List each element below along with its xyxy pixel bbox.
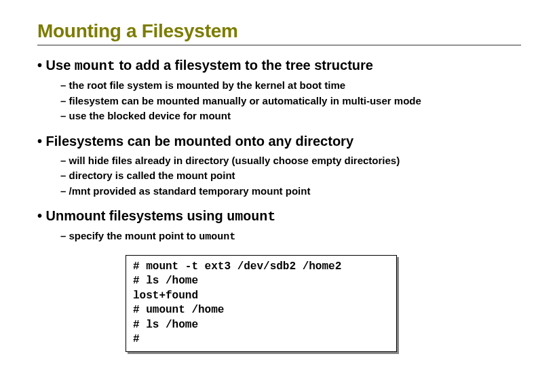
sub-list-2: will hide files already in directory (us… xyxy=(60,153,521,199)
main-bullet-1: Use mount to add a filesystem to the tre… xyxy=(37,58,521,74)
sub-item: /mnt provided as standard temporary moun… xyxy=(60,184,521,199)
slide-title: Mounting a Filesystem xyxy=(37,20,521,42)
sub-item: filesystem can be mounted manually or au… xyxy=(60,94,521,109)
bullet3-mono: umount xyxy=(227,209,275,224)
sub-list-3: specify the mount point to umount xyxy=(60,229,521,246)
sub-item: will hide files already in directory (us… xyxy=(60,153,521,169)
sub-item-special: specify the mount point to umount xyxy=(60,229,521,246)
bullet3-prefix: Unmount filesystems using xyxy=(46,208,227,223)
main-bullet-2: Filesystems can be mounted onto any dire… xyxy=(37,134,521,149)
main-bullet-3: Unmount filesystems using umount xyxy=(37,208,521,224)
sub-item: use the blocked device for mount xyxy=(60,109,521,124)
bullet2-prefix: Filesystems can be mounted onto any dire… xyxy=(46,134,353,149)
sub3-text: specify the mount point to xyxy=(69,230,199,241)
bullet1-mono: mount xyxy=(75,58,115,74)
sub3-mono: umount xyxy=(199,231,235,243)
bullet1-after: to add a filesystem to the tree structur… xyxy=(115,58,373,73)
sub-item: directory is called the mount point xyxy=(60,168,521,184)
sub-item: the root file system is mounted by the k… xyxy=(60,78,521,94)
code-example-box: # mount -t ext3 /dev/sdb2 /home2 # ls /h… xyxy=(126,255,397,353)
title-divider xyxy=(37,45,521,45)
sub-list-1: the root file system is mounted by the k… xyxy=(60,78,521,124)
bullet1-prefix: Use xyxy=(46,58,75,73)
